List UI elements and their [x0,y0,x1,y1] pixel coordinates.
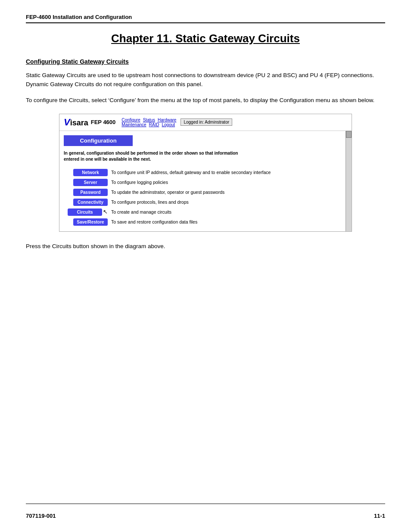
config-header-label: Configuration [64,135,133,146]
fep-main-content: Configuration In general, configuration … [59,131,352,231]
btn-cell-5: Save/Restore [64,217,111,227]
config-desc-0: To configure unit IP address, default ga… [111,168,343,177]
nav-configure[interactable]: Configure [121,118,140,122]
nav-hardware[interactable]: Hardware [158,118,176,122]
header-title: FEP-4600 Installation and Configuration [26,14,132,20]
btn-cell-2: Password [64,187,111,197]
btn-cell-3: Connectivity [64,197,111,207]
nav-row-1: Configure Status Hardware [121,118,178,122]
screenshot-panel: Visara FEP 4600 Configure Status Hardwar… [59,114,352,232]
config-btn-network[interactable]: Network [73,169,108,176]
logged-in-label: Logged in: Adminstrator [181,118,232,126]
cursor-icon: ↖ [103,208,108,215]
config-desc-3: To configure protocols, lines and drops [111,197,343,207]
btn-cell-4: Circuits↖ [64,207,111,217]
page-footer: 707119-001 11-1 [26,504,385,519]
nav-maintenance[interactable]: Maintenance [121,122,146,127]
section-title: Configuring Static Gateway Circuits [26,58,385,65]
scrollbar[interactable] [346,131,352,231]
fep-header-bar: Visara FEP 4600 Configure Status Hardwar… [59,114,352,131]
btn-cell-0: Network [64,168,111,177]
config-row-connectivity: ConnectivityTo configure protocols, line… [64,197,343,207]
btn-cell-1: Server [64,177,111,187]
config-btn-circuits[interactable]: Circuits [68,208,102,216]
config-row-server: ServerTo configure logging policies [64,177,343,187]
config-row-circuits: Circuits↖To create and manage circuits [64,207,343,217]
config-desc-1: To configure logging policies [111,177,343,187]
config-btn-save-restore[interactable]: Save/Restore [73,218,108,226]
config-row-save-restore: Save/RestoreTo save and restore configur… [64,217,343,227]
footer-page-number: 11-1 [374,513,385,519]
config-row-network: NetworkTo configure unit IP address, def… [64,168,343,177]
config-row-password: PasswordTo update the adminstrator, oper… [64,187,343,197]
config-desc-4: To create and manage circuits [111,207,343,217]
fep-content-area: Configuration In general, configuration … [59,131,352,231]
nav-row-2: Maintenance RAID Logout [121,122,178,127]
chapter-title: Chapter 11. Static Gateway Circuits [26,32,385,45]
nav-raid[interactable]: RAID [149,122,159,127]
config-desc-2: To update the adminstrator, operator or … [111,187,343,197]
body-paragraph-1: Static Gateway Circuits are used to tie … [26,71,385,89]
nav-logout[interactable]: Logout [162,122,175,127]
config-buttons-table: NetworkTo configure unit IP address, def… [64,168,343,227]
fep-model-label: FEP 4600 [91,119,116,125]
body-paragraph-3: Press the Circuits button shown in the d… [26,242,385,251]
nav-status[interactable]: Status [143,118,155,122]
config-desc-5: To save and restore configuration data f… [111,217,343,227]
footer-doc-number: 707119-001 [26,513,56,519]
config-btn-connectivity[interactable]: Connectivity [73,199,108,206]
scrollbar-thumb[interactable] [346,131,352,138]
config-btn-server[interactable]: Server [73,179,108,186]
visara-logo: Visara [64,117,88,128]
header-section: FEP-4600 Installation and Configuration [26,13,385,23]
config-btn-password[interactable]: Password [73,189,108,196]
page: FEP-4600 Installation and Configuration … [0,0,411,532]
config-intro: In general, configuration should be perf… [64,150,343,162]
body-paragraph-2: To configure the Circuits, select ‘Confi… [26,96,385,105]
nav-links: Configure Status Hardware Maintenance RA… [121,118,178,127]
